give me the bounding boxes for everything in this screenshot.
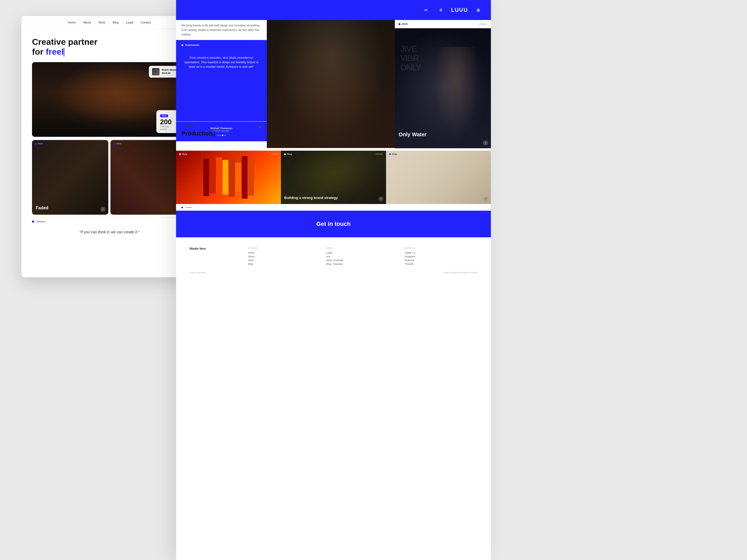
- work-label-faded: Work: [38, 142, 43, 145]
- footer-link-instagram[interactable]: Instagram: [405, 255, 478, 258]
- work-big-section: Work 15/08/24 JIVEVIBRONLY Only Water ↗: [395, 20, 491, 151]
- footer-section: Studio Veru STUDIO Home About Work Blog …: [176, 239, 491, 282]
- services-num: 01: [259, 126, 261, 128]
- footer-col-studio: STUDIO Home About Work Blog: [248, 247, 321, 266]
- footer-grid: Studio Veru STUDIO Home About Work Blog …: [189, 247, 478, 266]
- blog-dot-label-subway: Blog: [389, 153, 397, 155]
- footer-link-blog-ex[interactable]: Blog - Example: [326, 263, 399, 265]
- blog-dot-label-books: Blog: [179, 153, 187, 155]
- nav-home[interactable]: Home: [68, 21, 76, 24]
- footer-link-about[interactable]: About: [248, 255, 321, 258]
- footer-made: MADE BY DESIGN HOUSE OF PRIMER: [443, 272, 478, 274]
- work-dot-2: [113, 143, 115, 145]
- blog-card-person-header: Blog 18/12/24: [281, 151, 386, 157]
- testimonials-dot: [181, 44, 183, 46]
- header-icon-infinity: ∞: [421, 5, 431, 15]
- blog-card-person[interactable]: Blog 18/12/24 Building a strong brand st…: [281, 151, 386, 204]
- footer-link-blog[interactable]: Blog: [248, 263, 321, 265]
- work-card-arrow-faded[interactable]: ↗: [100, 207, 106, 212]
- services-bar-label: Services: [36, 220, 46, 223]
- blog-card-arrow-subway[interactable]: ↗: [483, 196, 488, 201]
- footer-studio-title: STUDIO: [248, 247, 321, 249]
- quote-section: "If you can think it, we can create it.": [21, 225, 198, 238]
- footer-col-details: DETAILS Twitter / X Instagram Pinterest …: [405, 247, 478, 266]
- footer-bottom: Privacy Data Studio MADE BY DESIGN HOUSE…: [189, 272, 478, 274]
- services-dot: [32, 220, 34, 223]
- blog-date-books: 18/08/24: [271, 153, 278, 155]
- blog-card-subway-header: Blog: [386, 151, 491, 157]
- nav-about[interactable]: About: [83, 21, 91, 24]
- production-text: Production.: [181, 130, 261, 137]
- blog-label-subway: Blog: [392, 153, 397, 155]
- work-big-dot: [398, 23, 401, 25]
- blog-dot-person: [284, 153, 286, 155]
- footer-info-title: INFO: [326, 247, 399, 249]
- nav-work[interactable]: Work: [99, 21, 105, 24]
- work-card-faded[interactable]: Work Faded ↗: [32, 140, 108, 215]
- services-bar: Services 01: [21, 217, 198, 225]
- services-header: Services 01: [181, 125, 261, 128]
- work-big-label: Work: [402, 23, 408, 25]
- work-card-track[interactable]: Work ↗: [110, 140, 187, 215]
- only-water-text: Only Water: [398, 131, 427, 138]
- work-big-left: Work: [398, 23, 408, 25]
- jive-text-overlay: JIVEVIBRONLY: [400, 44, 421, 73]
- blog-dot-label-person: Blog: [284, 153, 292, 155]
- nav-contact[interactable]: Contact: [140, 21, 151, 24]
- work-big-header: Work 15/08/24: [395, 20, 491, 28]
- hero-title: Creative partner for freel: [32, 37, 187, 57]
- s-dot: [181, 126, 183, 128]
- blog-card-books[interactable]: Blog 18/08/24: [176, 151, 281, 204]
- blog-card-books-header: Blog 18/08/24: [176, 151, 281, 157]
- work-card-title-faded: Faded: [36, 206, 48, 210]
- blog-label-person: Blog: [287, 153, 292, 155]
- header-icon-circle: ⊕: [473, 5, 483, 15]
- contact-btn-text: Get in touch: [316, 220, 351, 228]
- blog-card-subway[interactable]: Blog ↗: [386, 151, 491, 204]
- footer-copy: Privacy Data Studio: [189, 272, 206, 274]
- blog-dot-books: [179, 153, 181, 155]
- nav-bar: Home About Work Blog Legal Contact: [21, 16, 198, 29]
- work-dot: [35, 143, 37, 145]
- about-section: We bring brands to life with bold design…: [176, 20, 267, 40]
- contact-btn[interactable]: Get in touch: [176, 211, 491, 237]
- testimonials-header: Testimonials: [176, 40, 267, 50]
- work-big-date: 15/08/24: [479, 23, 487, 25]
- footer-col-info: INFO Legal 404 Work - Example Blog - Exa…: [326, 247, 399, 266]
- services-title: Services: [185, 125, 195, 128]
- work-big-arrow[interactable]: ↗: [483, 140, 488, 145]
- services-left: Services: [32, 220, 46, 223]
- services-section: Services 01 Production.: [176, 121, 267, 148]
- footer-link-twitter[interactable]: Twitter / X: [405, 251, 478, 254]
- footer-link-work-ex[interactable]: Work - Example: [326, 259, 399, 262]
- footer-link-404[interactable]: 404: [326, 255, 399, 258]
- work-label-track: Work: [116, 142, 121, 145]
- footer-link-pinterest[interactable]: Pinterest: [405, 259, 478, 262]
- work-big-image[interactable]: JIVEVIBRONLY Only Water ↗: [395, 28, 491, 148]
- quote-text: "If you can think it, we can create it.": [32, 230, 187, 234]
- contact-label: Contact: [185, 206, 192, 209]
- nav-legal[interactable]: Legal: [126, 21, 133, 24]
- footer-link-legal[interactable]: Legal: [326, 251, 399, 254]
- footer-brand-col: Studio Veru: [189, 247, 243, 266]
- footer-link-home[interactable]: Home: [248, 251, 321, 254]
- nav-blog[interactable]: Blog: [112, 21, 119, 24]
- testimonials-quote: From concept to execution, Veru Studio e…: [181, 55, 261, 69]
- header-icon-star: ✳: [436, 5, 445, 15]
- footer-link-threads[interactable]: Threads: [405, 263, 478, 265]
- blog-date-person: 18/12/24: [376, 153, 383, 155]
- footer-link-work[interactable]: Work: [248, 259, 321, 262]
- work-row: Work Faded ↗ Work ↗: [32, 140, 187, 215]
- blog-card-arrow-person[interactable]: ↗: [379, 196, 383, 201]
- services-hdr-left: Services: [181, 125, 195, 128]
- contact-header-strip: Contact: [176, 204, 491, 211]
- left-panel: Home About Work Blog Legal Contact Creat…: [21, 16, 198, 277]
- top-blue-header: ∞ ✳ LUUU ⊕: [176, 0, 491, 20]
- hero-video[interactable]: Watch showreel 2019-24 News 200 complete…: [32, 62, 187, 137]
- blog-dot-subway: [389, 153, 391, 155]
- contact-section: Contact Get in touch: [176, 204, 491, 239]
- right-panel: ∞ ✳ LUUU ⊕ We bring brands to life with …: [176, 0, 491, 560]
- hero-section: Creative partner for freel: [21, 29, 198, 62]
- footer-details-title: DETAILS: [405, 247, 478, 249]
- news-tag: News: [160, 114, 168, 117]
